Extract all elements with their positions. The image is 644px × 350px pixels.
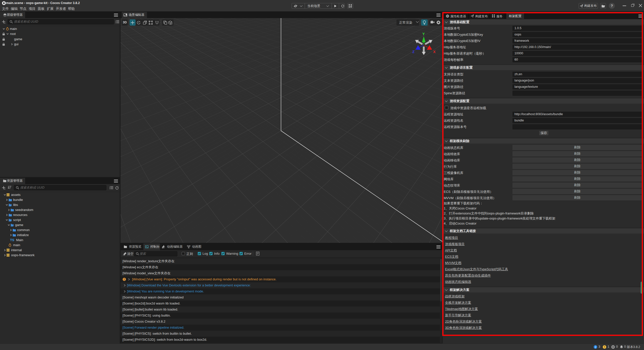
svg-text:X: X [433,50,436,54]
svg-text:Z: Z [412,50,415,54]
svg-text:Y: Y [422,32,425,36]
